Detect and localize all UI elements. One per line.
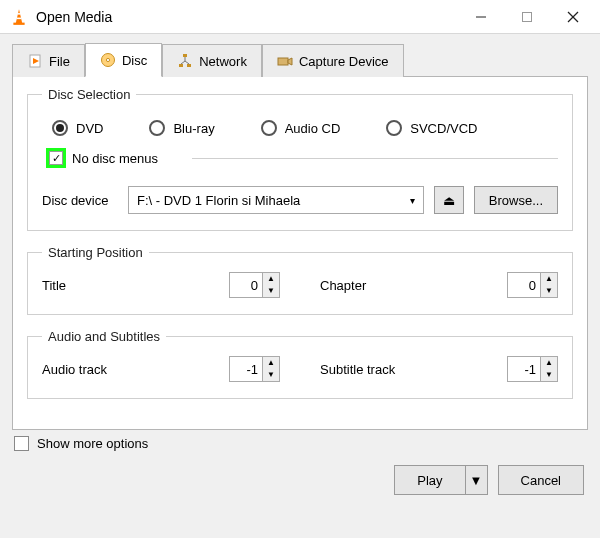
- radio-icon: [386, 120, 402, 136]
- svg-rect-5: [523, 12, 532, 21]
- down-icon[interactable]: ▼: [541, 285, 557, 297]
- title-spinner[interactable]: ▲▼: [229, 272, 280, 298]
- svg-rect-1: [17, 13, 20, 15]
- audio-track-spinner[interactable]: ▲▼: [229, 356, 280, 382]
- disc-device-row: Disc device F:\ - DVD 1 Florin si Mihael…: [42, 186, 558, 214]
- titlebar: Open Media: [0, 0, 600, 34]
- window-controls: [458, 2, 596, 32]
- vlc-icon: [10, 8, 28, 26]
- svg-rect-2: [17, 17, 22, 19]
- title-label: Title: [42, 278, 202, 293]
- network-icon: [177, 53, 193, 69]
- cancel-button[interactable]: Cancel: [498, 465, 584, 495]
- play-button[interactable]: Play: [394, 465, 465, 495]
- minimize-button[interactable]: [458, 2, 504, 32]
- eject-icon: ⏏: [443, 193, 455, 208]
- subtitle-track-label: Subtitle track: [320, 362, 480, 377]
- browse-button[interactable]: Browse...: [474, 186, 558, 214]
- tab-label: Capture Device: [299, 54, 389, 69]
- tab-label: Disc: [122, 53, 147, 68]
- radio-row: DVD Blu-ray Audio CD SVCD/VCD: [52, 120, 558, 136]
- svg-rect-3: [13, 22, 24, 24]
- show-more-options-row: Show more options: [14, 436, 588, 451]
- radio-icon: [52, 120, 68, 136]
- group-starting-position: Starting Position Title ▲▼ Chapter ▲▼: [27, 245, 573, 315]
- browse-label: Browse...: [489, 193, 543, 208]
- up-icon[interactable]: ▲: [263, 357, 279, 369]
- radio-label: DVD: [76, 121, 103, 136]
- radio-label: SVCD/VCD: [410, 121, 477, 136]
- radio-audiocd[interactable]: Audio CD: [261, 120, 341, 136]
- disc-icon: [100, 52, 116, 68]
- checkbox-label: No disc menus: [72, 151, 158, 166]
- svg-marker-0: [16, 9, 23, 24]
- checkbox-no-disc-menus[interactable]: ✓: [46, 148, 66, 168]
- disc-device-combo[interactable]: F:\ - DVD 1 Florin si Mihaela ▾: [128, 186, 424, 214]
- disc-device-value: F:\ - DVD 1 Florin si Mihaela: [137, 193, 300, 208]
- tab-network[interactable]: Network: [162, 44, 262, 77]
- up-icon[interactable]: ▲: [541, 273, 557, 285]
- tab-capture-device[interactable]: Capture Device: [262, 44, 404, 77]
- group-disc-selection: Disc Selection DVD Blu-ray Audio CD SVCD…: [27, 87, 573, 231]
- subtitle-track-input[interactable]: [508, 357, 540, 381]
- separator: [192, 158, 558, 159]
- play-split-button: Play ▼: [394, 465, 487, 495]
- radio-icon: [149, 120, 165, 136]
- capture-icon: [277, 53, 293, 69]
- close-button[interactable]: [550, 2, 596, 32]
- down-icon[interactable]: ▼: [263, 369, 279, 381]
- audio-track-label: Audio track: [42, 362, 202, 377]
- footer-buttons: Play ▼ Cancel: [12, 465, 588, 495]
- svg-rect-13: [179, 64, 183, 67]
- starting-position-row: Title ▲▼ Chapter ▲▼: [42, 272, 558, 298]
- checkmark-icon: ✓: [49, 151, 63, 165]
- title-input[interactable]: [230, 273, 262, 297]
- legend-disc-selection: Disc Selection: [42, 87, 136, 102]
- tab-label: Network: [199, 54, 247, 69]
- cancel-label: Cancel: [521, 473, 561, 488]
- eject-button[interactable]: ⏏: [434, 186, 464, 214]
- audio-subs-row: Audio track ▲▼ Subtitle track ▲▼: [42, 356, 558, 382]
- svg-point-11: [106, 58, 109, 61]
- checkbox-no-disc-menus-row: ✓ No disc menus: [46, 148, 558, 168]
- subtitle-track-spinner[interactable]: ▲▼: [507, 356, 558, 382]
- svg-line-16: [181, 61, 185, 64]
- up-icon[interactable]: ▲: [263, 273, 279, 285]
- show-more-options-label: Show more options: [37, 436, 148, 451]
- svg-rect-14: [187, 64, 191, 67]
- radio-svcd[interactable]: SVCD/VCD: [386, 120, 477, 136]
- play-label: Play: [417, 473, 442, 488]
- svg-line-17: [185, 61, 189, 64]
- tab-disc[interactable]: Disc: [85, 43, 162, 77]
- radio-bluray[interactable]: Blu-ray: [149, 120, 214, 136]
- down-icon[interactable]: ▼: [263, 285, 279, 297]
- chapter-spinner[interactable]: ▲▼: [507, 272, 558, 298]
- legend-starting-position: Starting Position: [42, 245, 149, 260]
- svg-rect-18: [278, 58, 288, 65]
- down-icon[interactable]: ▼: [541, 369, 557, 381]
- radio-label: Audio CD: [285, 121, 341, 136]
- legend-audio-subtitles: Audio and Subtitles: [42, 329, 166, 344]
- radio-icon: [261, 120, 277, 136]
- tab-label: File: [49, 54, 70, 69]
- chapter-label: Chapter: [320, 278, 480, 293]
- file-icon: [27, 53, 43, 69]
- tabs: File Disc Network Capture Device: [12, 42, 588, 76]
- chevron-down-icon: ▾: [410, 195, 415, 206]
- window-title: Open Media: [36, 9, 458, 25]
- show-more-options-checkbox[interactable]: [14, 436, 29, 451]
- svg-marker-19: [288, 58, 292, 65]
- svg-rect-12: [183, 54, 187, 57]
- up-icon[interactable]: ▲: [541, 357, 557, 369]
- audio-track-input[interactable]: [230, 357, 262, 381]
- maximize-button[interactable]: [504, 2, 550, 32]
- tab-file[interactable]: File: [12, 44, 85, 77]
- chapter-input[interactable]: [508, 273, 540, 297]
- radio-dvd[interactable]: DVD: [52, 120, 103, 136]
- play-dropdown-button[interactable]: ▼: [466, 465, 488, 495]
- chevron-down-icon: ▼: [470, 473, 483, 488]
- group-audio-subtitles: Audio and Subtitles Audio track ▲▼ Subti…: [27, 329, 573, 399]
- disc-device-label: Disc device: [42, 193, 118, 208]
- tabpanel-disc: Disc Selection DVD Blu-ray Audio CD SVCD…: [12, 76, 588, 430]
- radio-label: Blu-ray: [173, 121, 214, 136]
